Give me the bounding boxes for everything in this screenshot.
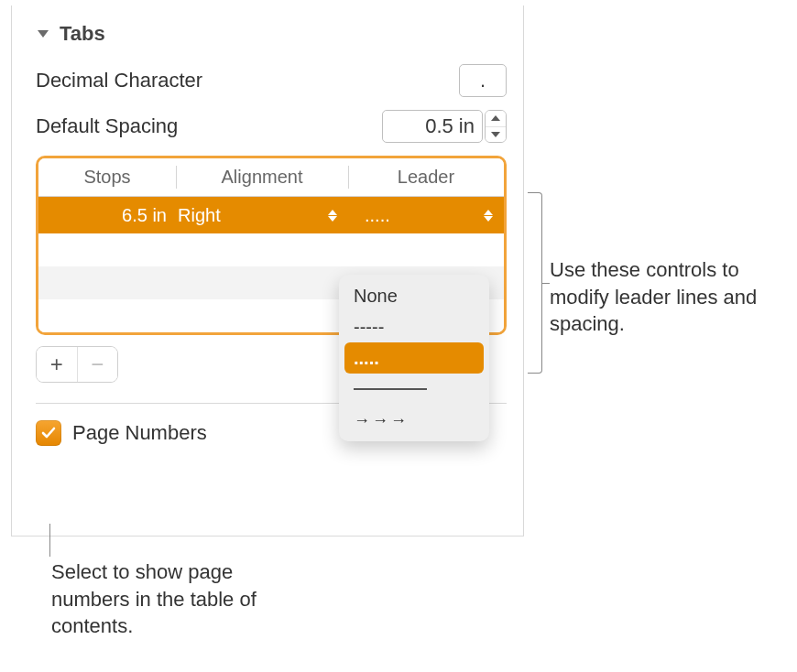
svg-marker-1 [491,115,500,121]
default-spacing-input[interactable]: 0.5 in [382,110,483,143]
callout-bracket [528,192,542,374]
alignment-value: Right [178,205,221,226]
col-stops[interactable]: Stops [38,158,176,196]
add-remove-control: + − [36,346,118,383]
cell-alignment[interactable]: Right [176,205,348,226]
solid-line-icon [354,388,427,390]
svg-marker-5 [484,210,493,215]
page-numbers-label: Page Numbers [72,421,207,445]
svg-marker-3 [328,210,337,215]
col-leader[interactable]: Leader [348,158,504,196]
add-tab-button[interactable]: + [37,347,77,382]
section-title: Tabs [60,22,105,46]
leader-option-dots[interactable]: ..... [344,342,484,374]
table-row[interactable]: 6.5 in Right ..... [38,197,504,233]
page-numbers-checkbox[interactable] [36,420,61,446]
leader-option-dashes[interactable]: ----- [344,311,484,342]
spacing-stepper[interactable] [485,110,507,143]
callout-line [49,524,50,557]
remove-tab-button[interactable]: − [77,347,118,382]
section-header[interactable]: Tabs [36,22,507,46]
tabs-panel: Tabs Decimal Character . Default Spacing… [11,5,524,537]
decimal-character-input[interactable]: . [459,64,507,97]
default-spacing-row: Default Spacing 0.5 in [36,110,507,143]
svg-marker-6 [484,216,493,222]
callout-page-numbers: Select to show page numbers in the table… [51,558,289,640]
decimal-character-label: Decimal Character [36,69,202,92]
svg-marker-4 [328,216,337,222]
leader-dropdown[interactable]: None ----- ..... →→→ [339,275,489,441]
cell-stop[interactable]: 6.5 in [38,205,176,226]
table-header: Stops Alignment Leader [38,158,504,197]
leader-option-none[interactable]: None [344,280,484,311]
table-row-empty [38,233,504,266]
minus-icon: − [91,352,104,377]
stepper-up-icon[interactable] [486,111,506,127]
disclosure-triangle-icon[interactable] [36,27,50,41]
leader-option-arrows[interactable]: →→→ [344,405,484,436]
plus-icon: + [50,352,63,377]
callout-leader: Use these controls to modify leader line… [550,256,779,338]
col-alignment[interactable]: Alignment [176,158,348,196]
decimal-character-row: Decimal Character . [36,64,507,97]
leader-value: ..... [365,205,390,226]
svg-marker-0 [38,30,49,38]
leader-option-line[interactable] [344,374,484,405]
stepper-down-icon[interactable] [486,127,506,143]
popup-arrows-icon [484,210,504,222]
default-spacing-label: Default Spacing [36,114,178,138]
cell-leader[interactable]: ..... [348,205,504,226]
svg-marker-2 [491,132,500,137]
popup-arrows-icon [328,210,348,222]
